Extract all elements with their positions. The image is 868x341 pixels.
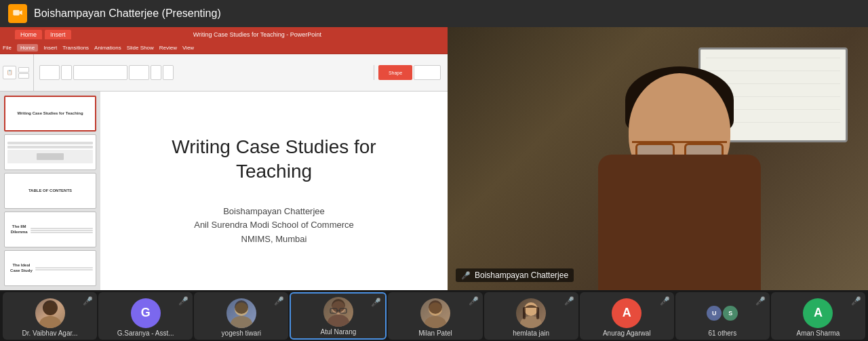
slide-thumb-5[interactable]: The Ideal Case Study xyxy=(4,250,96,286)
ribbon-file[interactable]: File xyxy=(3,45,12,51)
mic-muted-gsaranya: 🎤 xyxy=(178,296,189,306)
ribbon-view[interactable]: View xyxy=(182,45,194,51)
avatar-yogesh xyxy=(226,298,256,328)
avatar-milan xyxy=(420,298,450,328)
participant-tile-hemlata[interactable]: 🎤 hemlata jain xyxy=(484,292,578,340)
toolbar-layout[interactable]: ≡ xyxy=(61,65,72,80)
participant-tile-anurag[interactable]: 🎤 A Anurag Agarwal xyxy=(580,292,674,340)
svg-point-6 xyxy=(235,300,248,314)
avatar-aman: A xyxy=(803,298,833,328)
toolbar-italic[interactable]: I xyxy=(163,65,174,80)
presenter-mic-icon: 🎤 xyxy=(461,271,471,280)
slide-thumb-4[interactable]: The IIM Dilemma xyxy=(4,212,96,247)
main-content: Home Insert Writing Case Studies for Tea… xyxy=(0,27,868,290)
app-icon xyxy=(8,4,27,23)
others-avatar-u: U xyxy=(707,306,722,321)
svg-point-2 xyxy=(39,316,61,328)
toolbar-bold[interactable]: B xyxy=(151,65,161,80)
presentation-area: Home Insert Writing Case Studies for Tea… xyxy=(0,27,448,290)
others-avatars: U S xyxy=(705,298,739,328)
svg-point-14 xyxy=(425,316,446,328)
svg-rect-18 xyxy=(523,307,526,319)
slide-thumb-3[interactable]: TABLE OF CONTENTS xyxy=(4,173,96,209)
ribbon-transitions[interactable]: Transitions xyxy=(62,45,89,51)
svg-point-8 xyxy=(328,315,349,327)
mic-muted-milan: 🎤 xyxy=(469,296,479,306)
mic-muted-hemlata: 🎤 xyxy=(564,296,574,306)
svg-rect-0 xyxy=(13,10,19,16)
others-avatar-s: S xyxy=(723,306,738,321)
participants-bar: 🎤 Dr. Vaibhav Agar... 🎤 G G.Saranya - As… xyxy=(0,290,868,341)
toolbar-cut[interactable] xyxy=(18,73,29,79)
participant-tile-atul[interactable]: 🎤 Atul Narang xyxy=(290,292,387,340)
ppt-insert-tab[interactable]: Insert xyxy=(45,30,71,39)
ppt-toolbar: 📋 + ≡ Calibri (Body) 24 ▼ B I Shape xyxy=(0,54,448,92)
slide-thumb-2[interactable] xyxy=(4,134,96,170)
presenter-video: 🎤 Boishampayan Chatterjee xyxy=(448,27,868,290)
participant-name-aman: Aman Sharma xyxy=(793,329,842,337)
mic-muted-yogesh: 🎤 xyxy=(274,296,284,306)
ribbon-animations[interactable]: Animations xyxy=(94,45,121,51)
presenter-name-label: 🎤 Boishampayan Chatterjee xyxy=(456,268,574,282)
main-slide: Writing Case Studies forTeaching Boisham… xyxy=(100,92,448,290)
participant-name-others: 61 others xyxy=(705,329,739,337)
slide-author-block: Boishampayan Chatterjee Anil Surendra Mo… xyxy=(194,205,354,247)
svg-point-16 xyxy=(524,302,538,316)
participant-name-gsaranya: G.Saranya - Asst... xyxy=(115,329,177,337)
ribbon-insert[interactable]: Insert xyxy=(43,45,57,51)
top-bar: Boishampayan Chatterjee (Presenting) xyxy=(0,0,868,27)
participant-tile-milan[interactable]: 🎤 Milan Patel xyxy=(388,292,482,340)
video-background xyxy=(448,27,868,290)
slide-panel: Writing Case Studies for Teaching TABLE … xyxy=(0,92,100,290)
participant-name-hemlata: hemlata jain xyxy=(510,329,552,337)
mic-muted-aman: 🎤 xyxy=(851,296,861,306)
toolbar-paste[interactable]: 📋 xyxy=(3,66,16,79)
slide-thumb-1[interactable]: Writing Case Studies for Teaching xyxy=(4,96,96,132)
ribbon-slideshow[interactable]: Slide Show xyxy=(127,45,154,51)
avatar-hemlata xyxy=(516,298,546,328)
slide-university: NMIMS, Mumbai xyxy=(194,233,354,247)
body xyxy=(598,155,761,290)
participant-name-atul: Atul Narang xyxy=(317,328,359,336)
participant-name-milan: Milan Patel xyxy=(416,329,454,337)
participant-name-yogesh: yogesh tiwari xyxy=(219,329,264,337)
ppt-body: Writing Case Studies for Teaching TABLE … xyxy=(0,92,448,290)
toolbar-arrange[interactable]: Arrange xyxy=(414,65,441,80)
participant-tile-others[interactable]: 🎤 U S 61 others xyxy=(675,292,770,340)
slide-institution: Anil Surendra Modi School of Commerce xyxy=(194,218,354,233)
ppt-ribbon: File Home Insert Transitions Animations … xyxy=(0,42,448,54)
participant-tile-vaibhav[interactable]: 🎤 Dr. Vaibhav Agar... xyxy=(3,292,97,340)
toolbar-copy[interactable] xyxy=(18,67,29,73)
ribbon-home[interactable]: Home xyxy=(17,44,38,52)
avatar-gsaranya: G xyxy=(131,298,161,328)
ppt-title-text: Writing Case Studies for Teaching - Powe… xyxy=(74,31,441,38)
avatar-vaibhav xyxy=(35,298,65,328)
avatar-anurag: A xyxy=(612,298,642,328)
ribbon-review[interactable]: Review xyxy=(159,45,177,51)
participant-tile-aman[interactable]: 🎤 A Aman Sharma xyxy=(771,292,865,340)
mic-active-atul: 🎤 xyxy=(371,298,381,307)
presenter-name-text: Boishampayan Chatterjee xyxy=(475,270,568,280)
participant-tile-yogesh[interactable]: 🎤 yogesh tiwari xyxy=(194,292,288,340)
toolbar-fontsize[interactable]: 24 ▼ xyxy=(129,65,149,80)
mic-muted-anurag: 🎤 xyxy=(660,296,670,306)
ppt-window: Home Insert Writing Case Studies for Tea… xyxy=(0,27,448,290)
toolbar-new-slide[interactable]: + xyxy=(39,65,60,80)
person-silhouette xyxy=(571,60,788,290)
toolbar-shape[interactable]: Shape xyxy=(378,65,412,80)
toolbar-font[interactable]: Calibri (Body) xyxy=(73,65,127,80)
ppt-home-tab[interactable]: Home xyxy=(15,30,42,39)
slide-author-name: Boishampayan Chatterjee xyxy=(194,205,354,219)
participant-name-vaibhav: Dr. Vaibhav Agar... xyxy=(20,329,81,337)
participant-name-anurag: Anurag Agarwal xyxy=(600,329,654,337)
presenter-label-top: Boishampayan Chatterjee (Presenting) xyxy=(34,7,221,20)
slide-main-title: Writing Case Studies forTeaching xyxy=(172,135,376,184)
ppt-titlebar: Home Insert Writing Case Studies for Tea… xyxy=(0,27,448,42)
mic-muted-vaibhav: 🎤 xyxy=(83,296,93,306)
svg-point-3 xyxy=(43,300,58,315)
svg-rect-19 xyxy=(536,307,539,319)
svg-point-15 xyxy=(429,300,442,314)
mic-muted-others: 🎤 xyxy=(755,296,766,306)
participant-tile-gsaranya[interactable]: 🎤 G G.Saranya - Asst... xyxy=(98,292,193,340)
svg-point-5 xyxy=(231,316,252,328)
